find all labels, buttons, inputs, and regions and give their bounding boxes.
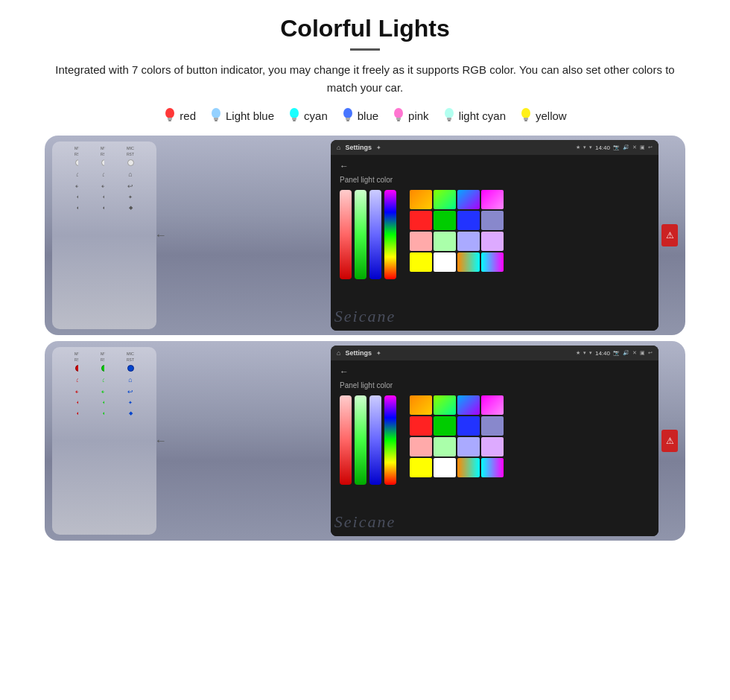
vol-icon-3: ◆ — [129, 205, 133, 211]
page-container: Colorful Lights Integrated with 7 colors… — [0, 0, 730, 556]
bottom-win: ▣ — [640, 350, 645, 356]
back-icon-b3: ↩ — [127, 388, 133, 395]
grid-cell-1-3 — [481, 211, 504, 230]
bar-red-b — [340, 395, 352, 485]
grid-cell-0-0 — [410, 190, 432, 209]
svg-rect-2 — [168, 120, 171, 121]
time-display: 14:40 — [595, 144, 610, 151]
bottom-screen-content: ← Panel light color — [331, 360, 658, 536]
grid-b-2-0 — [410, 437, 432, 456]
pink-bulb-icon — [392, 107, 405, 124]
grid-b-2-3 — [481, 437, 504, 456]
bottom-status-right: ★ ▾ ▾ 14:40 📷 🔊 ✕ ▣ ↩ — [576, 350, 653, 357]
cam-icon: 📷 — [613, 144, 620, 150]
lightcyan-bulb-icon — [442, 107, 456, 124]
svg-rect-14 — [397, 120, 400, 121]
bottom-settings-label: Settings — [345, 349, 372, 357]
back-icon: ↩ — [648, 144, 653, 150]
svg-rect-11 — [346, 120, 349, 121]
wifi-icon: ▾ — [589, 144, 592, 150]
lightblue-bulb-icon — [209, 107, 223, 124]
bottom-bt-icon: ★ — [576, 350, 580, 356]
grid-b-3-2 — [457, 458, 480, 477]
grid-cell-1-0 — [410, 211, 432, 230]
back-arrow-bottom[interactable]: ← — [340, 366, 650, 377]
rst-label-3: RST — [127, 152, 134, 156]
bottom-cam: 📷 — [613, 350, 620, 356]
grid-cell-3-2 — [457, 252, 480, 272]
grid-b-2-1 — [434, 437, 456, 456]
back-icon-3: ↩ — [127, 182, 133, 190]
grid-cell-1-1 — [434, 211, 456, 230]
top-main-screen: ⌂ Settings ✦ ★ ▾ ▾ 14:40 📷 🔊 ✕ ▣ ↩ — [331, 140, 658, 331]
svg-rect-10 — [346, 118, 350, 120]
svg-rect-1 — [168, 118, 172, 120]
grid-cell-1-2 — [457, 211, 480, 230]
bottom-pin: ✦ — [376, 350, 381, 357]
svg-point-3 — [212, 108, 220, 118]
red-bulb-icon — [163, 107, 177, 124]
mic-label-b3: MIC — [127, 351, 134, 356]
alert-triangle-bottom[interactable]: ⚠ — [661, 430, 678, 452]
grid-b-1-0 — [410, 416, 432, 436]
svg-rect-20 — [524, 120, 527, 121]
grid-b-0-1 — [434, 395, 456, 415]
svg-rect-17 — [448, 120, 451, 121]
bar-rainbow — [384, 190, 396, 279]
grid-b-3-3 — [481, 458, 504, 477]
color-labels-row: red Light blue cyan — [45, 107, 685, 124]
back-arrow-top[interactable]: ← — [340, 161, 650, 171]
bottom-close: ✕ — [632, 350, 637, 356]
bottom-status-left: ⌂ Settings ✦ — [337, 349, 381, 357]
alert-triangle-top[interactable]: ⚠ — [661, 224, 678, 246]
bar-rainbow-b — [384, 395, 396, 485]
grid-b-0-2 — [457, 395, 480, 415]
svg-point-15 — [445, 108, 454, 118]
panel-light-label-top: Panel light color — [340, 176, 650, 184]
svg-rect-5 — [215, 120, 218, 121]
svg-point-9 — [343, 108, 352, 118]
panel-light-label-bottom: Panel light color — [340, 381, 650, 389]
power-btn-3[interactable] — [127, 159, 134, 166]
top-screen-content: ← Panel light color — [331, 155, 658, 331]
color-grid-bottom — [410, 395, 504, 485]
grid-cell-3-0 — [410, 252, 432, 272]
settings-icon-b3: ✦ — [128, 400, 133, 406]
color-item-yellow: yellow — [519, 107, 567, 124]
description-text: Integrated with 7 colors of button indic… — [45, 61, 685, 97]
color-grid-top — [410, 190, 504, 279]
bar-green — [355, 190, 366, 279]
home-icon-3: ⌂ — [128, 171, 132, 178]
svg-rect-4 — [214, 118, 218, 120]
grid-cell-2-0 — [410, 232, 432, 251]
bottom-side-panel-3: MIC RST ⌂ ↩ ✦ ◆ ← — [104, 347, 156, 535]
grid-cell-0-2 — [457, 190, 480, 209]
top-status-bar: ⌂ Settings ✦ ★ ▾ ▾ 14:40 📷 🔊 ✕ ▣ ↩ — [331, 140, 658, 155]
color-label-blue: blue — [358, 109, 378, 122]
grid-b-0-3 — [481, 395, 504, 415]
bottom-sound: 🔊 — [623, 350, 629, 356]
bottom-time: 14:40 — [595, 350, 610, 357]
grid-b-1-2 — [457, 416, 480, 436]
svg-point-0 — [165, 108, 174, 118]
svg-rect-7 — [292, 118, 296, 120]
grid-b-1-1 — [434, 416, 456, 436]
color-item-lightblue: Light blue — [209, 107, 274, 124]
svg-rect-16 — [447, 118, 451, 120]
home-btn: ⌂ — [337, 144, 340, 151]
nav-arrow-bottom: ← — [155, 434, 167, 448]
bottom-status-bar: ⌂ Settings ✦ ★ ▾ ▾ 14:40 📷 🔊 ✕ ▣ ↩ — [331, 346, 658, 360]
mic-label-3: MIC — [127, 146, 134, 150]
grid-cell-0-3 — [481, 190, 504, 209]
btn-group-3: ⌂ ↩ ✦ ◆ — [127, 159, 134, 211]
bar-blue — [369, 190, 381, 279]
page-title: Colorful Lights — [45, 15, 685, 42]
color-display-bottom — [340, 395, 650, 485]
power-btn-b3-blue[interactable] — [127, 365, 134, 372]
color-item-pink: pink — [392, 107, 429, 124]
grid-b-2-2 — [457, 437, 480, 456]
title-divider — [350, 48, 380, 51]
color-label-lightcyan: light cyan — [459, 109, 506, 122]
color-bars-top — [340, 190, 396, 279]
bottom-main-screen: ⌂ Settings ✦ ★ ▾ ▾ 14:40 📷 🔊 ✕ ▣ ↩ — [331, 346, 658, 536]
